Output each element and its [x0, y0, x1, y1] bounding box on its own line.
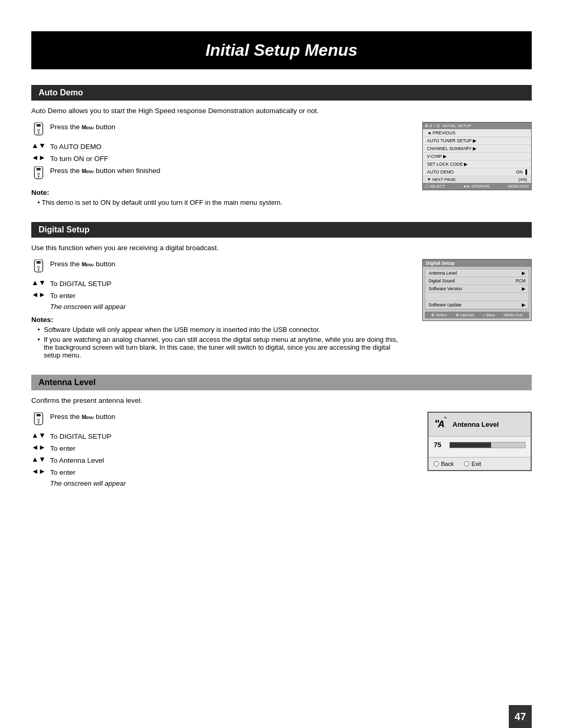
dss-antenna-label: Antenna Level [429, 270, 457, 276]
iss-operate: ◄► OPERATE [463, 184, 490, 189]
page-wrapper: Initial Setup Menus Auto Demo Auto Demo … [0, 31, 563, 728]
iss-topbar-icons: ⊞ ∂ ○ ⊡ [425, 124, 440, 128]
svg-point-15 [38, 422, 40, 424]
iss-exit: MENU EXIT [508, 184, 529, 189]
ant-header: " A " Antenna Level [429, 413, 531, 437]
digital-setup-step-3: ◄► To enter [31, 291, 407, 300]
iss-title: INITIAL SETUP [442, 124, 471, 128]
digital-setup-note-1: Software Update will only appear when th… [38, 326, 407, 334]
auto-demo-step-2: ▲▼ To AUTO DEMO [31, 142, 407, 151]
dss-operate: ⊕ Operate [456, 313, 474, 317]
antenna-step-2-text: To DIGITAL SETUP [50, 431, 112, 440]
iss-autodemo-label: AUTO DEMO [427, 169, 454, 175]
ant-level-row: 75 [434, 441, 525, 449]
iss-topbar: ⊞ ∂ ○ ⊡ INITIAL SETUP [423, 122, 531, 129]
auto-demo-steps: Press the Menu button ▲▼ To AUTO DEMO ◄►… [31, 122, 407, 206]
digital-setup-step-1: Press the Menu button [31, 259, 407, 276]
antenna-step-4-text: To Antenna Level [50, 455, 104, 464]
dss-sound-label: Digital Sound [429, 278, 455, 283]
ant-back-label: Back [441, 461, 454, 467]
iss-autodemo-value: ON ▐ [516, 169, 527, 175]
antenna-level-instruction-block: Press the Menu button ▲▼ To DIGITAL SETU… [31, 412, 532, 489]
antenna-level-screen: " A " Antenna Level 75 [427, 412, 532, 471]
dss-exit: MENU Exit [504, 313, 523, 317]
ant-back-circle [434, 461, 439, 466]
iss-nav: ▼ NEXT PAGE (4/5) [423, 176, 531, 183]
auto-demo-header: Auto Demo [31, 85, 532, 101]
antenna-level-steps: Press the Menu button ▲▼ To DIGITAL SETU… [31, 412, 412, 489]
ant-exit-btn: Exit [464, 461, 481, 467]
digital-setup-step-2-text: To DIGITAL SETUP [50, 279, 112, 288]
arrow-ud-icon-2: ▲▼ [31, 279, 46, 286]
svg-point-3 [38, 132, 40, 134]
auto-demo-step-4-text: Press the Menu button when finished [50, 166, 160, 175]
dss-row-version: Software Version ▶ [425, 285, 529, 293]
ant-level-value: 75 [434, 441, 446, 449]
digital-setup-notes-label: Notes: [31, 316, 407, 324]
antenna-a-icon: " A " [434, 416, 448, 433]
dss-select: ⊕ Select [431, 313, 447, 317]
digital-setup-step-2: ▲▼ To DIGITAL SETUP [31, 279, 407, 288]
auto-demo-section: Auto Demo Auto Demo allows you to start … [31, 85, 532, 206]
auto-demo-note-label: Note: [31, 189, 407, 196]
dss-version-value: ▶ [522, 286, 525, 291]
dss-row-spacer [425, 293, 529, 301]
auto-demo-note-block: Note: This demo is set to ON by default … [31, 189, 407, 206]
dss-antenna-value: ▶ [522, 270, 525, 276]
iss-row-channelsummary: CHANNEL SUMMARY ▶ [423, 145, 531, 153]
arrow-lr-icon-1: ◄► [31, 154, 46, 161]
arrow-ud-icon-4: ▲▼ [31, 455, 46, 463]
dss-title: Digital Setup [423, 260, 531, 267]
digital-setup-section: Digital Setup Use this function when you… [31, 222, 532, 359]
auto-demo-instruction-block: Press the Menu button ▲▼ To AUTO DEMO ◄►… [31, 122, 532, 206]
svg-rect-5 [36, 168, 41, 170]
antenna-step-2: ▲▼ To DIGITAL SETUP [31, 431, 412, 440]
dss-row-sound: Digital Sound PCM [425, 277, 529, 285]
dss-back: ○ Back [483, 313, 495, 317]
antenna-step-1-text: Press the Menu button [50, 412, 115, 421]
svg-point-10 [38, 266, 40, 268]
svg-point-11 [38, 269, 40, 271]
svg-rect-9 [36, 261, 41, 264]
dss-inner: Antenna Level ▶ Digital Sound PCM Softwa… [425, 269, 529, 310]
antenna-step-3: ◄► To enter [31, 443, 412, 452]
svg-rect-1 [36, 124, 41, 127]
antenna-step-5: ◄► To enter [31, 467, 412, 476]
auto-demo-step-3: ◄► To turn ON or OFF [31, 154, 407, 163]
dss-footer: ⊕ Select ⊕ Operate ○ Back MENU Exit [425, 312, 529, 318]
auto-demo-step-2-text: To AUTO DEMO [50, 142, 102, 151]
ant-back-btn: Back [434, 461, 454, 467]
digital-setup-steps: Press the Menu button ▲▼ To DIGITAL SETU… [31, 259, 407, 359]
auto-demo-note-text: This demo is set to ON by default until … [38, 199, 407, 206]
ant-exit-label: Exit [471, 461, 481, 467]
svg-text:": " [444, 416, 447, 422]
svg-point-6 [38, 173, 40, 175]
digital-setup-screen: Digital Setup Antenna Level ▶ Digital So… [422, 259, 532, 321]
arrow-lr-icon-4: ◄► [31, 467, 46, 475]
antenna-italic-note: The onscreen will appear [50, 479, 412, 487]
iss-row-vchip: V-CHIP ▶ [423, 153, 531, 161]
initial-setup-screen: ⊞ ∂ ○ ⊡ INITIAL SETUP ◄ PREVIOUS AUTO TU… [422, 122, 532, 190]
auto-demo-description: Auto Demo allows you to start the High S… [31, 107, 532, 115]
antenna-level-section: Antenna Level Confirms the present anten… [31, 375, 532, 489]
remote-icon-4 [31, 412, 46, 428]
digital-setup-step-3-text: To enter [50, 291, 76, 300]
iss-row-autotuner: AUTO TUNER SETUP ▶ [423, 137, 531, 145]
antenna-step-4: ▲▼ To Antenna Level [31, 455, 412, 464]
arrow-lr-icon-3: ◄► [31, 443, 46, 451]
ant-bar-background [449, 442, 525, 448]
dss-update-value: ▶ [522, 302, 525, 307]
svg-text:A: A [437, 419, 445, 429]
page-number: 47 [509, 705, 532, 728]
dss-row-update: Software Update ▶ [425, 301, 529, 309]
auto-demo-step-4: Press the Menu button when finished [31, 166, 407, 182]
remote-icon-2 [31, 166, 46, 182]
iss-next-page: ▼ NEXT PAGE [427, 177, 456, 182]
arrow-ud-icon-1: ▲▼ [31, 142, 46, 149]
iss-row-setlock: SET LOCK CODE ▶ [423, 161, 531, 168]
digital-setup-header: Digital Setup [31, 222, 532, 238]
antenna-step-5-text: To enter [50, 467, 76, 476]
arrow-ud-icon-3: ▲▼ [31, 431, 46, 439]
digital-setup-notes: Notes: Software Update will only appear … [31, 316, 407, 359]
digital-setup-instruction-block: Press the Menu button ▲▼ To DIGITAL SETU… [31, 259, 532, 359]
